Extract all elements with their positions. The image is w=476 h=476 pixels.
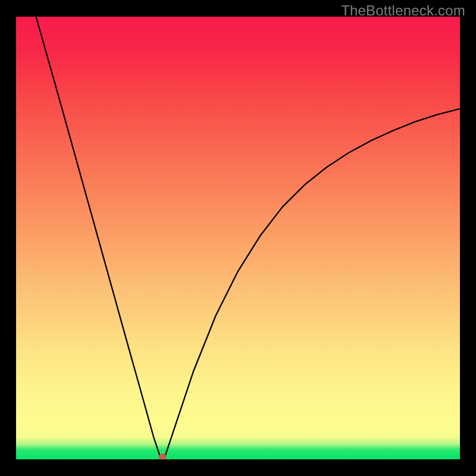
- watermark-text: TheBottleneck.com: [341, 2, 465, 19]
- bottleneck-curve: [16, 17, 460, 459]
- curve-right-branch: [165, 109, 460, 458]
- chart-frame: TheBottleneck.com: [0, 0, 476, 476]
- curve-left-branch: [36, 17, 161, 457]
- optimal-point-marker: [159, 454, 167, 460]
